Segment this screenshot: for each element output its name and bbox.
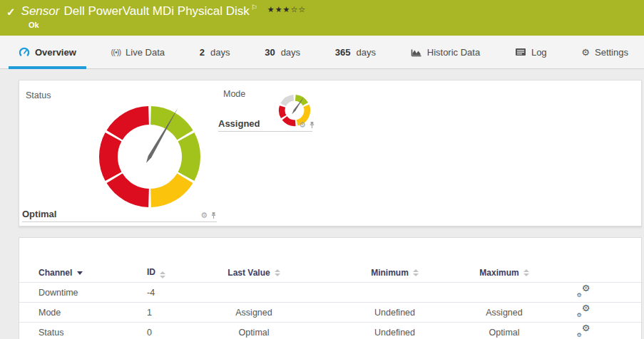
gauge-segment-yellow [151, 178, 185, 198]
secondary-channel-tools: ⚙ [299, 121, 315, 129]
tab-settings[interactable]: ⚙ Settings [571, 36, 638, 68]
column-header-last-value-label: Last Value [228, 268, 270, 278]
tab-historic-data[interactable]: Historic Data [401, 36, 490, 68]
cell-minimum: Undefined [343, 308, 446, 318]
channel-settings-icon[interactable]: ⚙⚙ [577, 306, 591, 318]
sort-desc-icon [77, 271, 83, 275]
sort-toggle-icon [160, 271, 165, 278]
cell-maximum: Assigned [454, 308, 555, 318]
mini-segment-red-2 [282, 107, 283, 117]
cell-channel: Status [39, 328, 147, 338]
gauge-segment-red-1 [115, 178, 149, 198]
column-header-channel[interactable]: Channel [39, 268, 147, 278]
tab-365-days-label: days [357, 47, 376, 58]
cell-id: -4 [147, 288, 215, 298]
sort-toggle-icon [523, 269, 529, 276]
tab-historic-data-label: Historic Data [427, 47, 480, 58]
channel-settings-icon[interactable]: ⚙⚙ [577, 286, 591, 298]
tab-log[interactable]: Log [505, 36, 557, 68]
channel-gear-icon[interactable]: ⚙ [200, 212, 208, 219]
sensor-name: Dell PowerVault MDi Physical Disk [63, 4, 249, 19]
tab-live-data-label: Live Data [126, 47, 165, 58]
cell-last-value: Assigned [215, 308, 293, 318]
column-header-channel-label: Channel [39, 268, 72, 278]
primary-channel-tools: ⚙ [200, 212, 217, 219]
sort-toggle-icon [275, 269, 280, 276]
tab-log-label: Log [531, 47, 547, 58]
stars-empty: ☆☆ [290, 5, 306, 14]
sort-toggle-icon [413, 269, 419, 276]
table-row-status[interactable]: Status 0 Optimal Undefined Optimal ⚙⚙ [19, 322, 641, 339]
cell-id: 0 [147, 328, 215, 338]
tab-365-days[interactable]: 365 days [325, 36, 386, 68]
column-header-maximum[interactable]: Maximum [454, 268, 555, 278]
secondary-channel-value: Assigned [218, 118, 260, 129]
column-header-last-value[interactable]: Last Value [215, 268, 293, 278]
cell-channel: Mode [39, 308, 147, 318]
table-row-downtime[interactable]: Downtime -4 ⚙⚙ [19, 282, 641, 302]
tab-365-days-number: 365 [335, 47, 351, 58]
cell-minimum: Undefined [343, 328, 446, 338]
table-header-row: Channel ID Last Value Minimum Maximum [19, 264, 641, 282]
pin-icon[interactable] [210, 212, 217, 219]
mini-segment-green [295, 98, 305, 104]
pin-icon[interactable] [309, 121, 315, 129]
object-kind-label: Sensor [21, 4, 60, 19]
log-list-icon [515, 48, 526, 56]
cell-maximum: Optimal [454, 328, 555, 338]
tab-30-days-number: 30 [265, 47, 275, 58]
channels-table-panel: Channel ID Last Value Minimum Maximum Do… [19, 237, 642, 339]
tab-2-days-label: days [210, 47, 230, 58]
column-header-minimum-label: Minimum [371, 268, 409, 278]
overview-gauges-panel: Status Optimal ⚙ Mode [19, 80, 642, 226]
sensor-header: ✓ Sensor Dell PowerVault MDi Physical Di… [0, 0, 644, 36]
historic-chart-icon [411, 47, 422, 57]
channel-settings-icon[interactable]: ⚙⚙ [577, 325, 591, 338]
primary-channel-label: Status [26, 90, 51, 100]
tab-settings-label: Settings [595, 47, 628, 58]
tab-live-data[interactable]: ((•)) Live Data [101, 36, 175, 68]
sensor-status-badge: Ok [29, 21, 39, 29]
priority-stars[interactable]: ★★★☆☆ [267, 5, 306, 14]
column-header-id[interactable]: ID [147, 267, 215, 278]
primary-channel-value: Optimal [22, 209, 56, 219]
tab-overview[interactable]: Overview [9, 36, 86, 68]
flag-icon[interactable]: ⚐ [251, 4, 257, 11]
tab-2-days[interactable]: 2 days [190, 36, 240, 68]
gauge-segment-green-2 [186, 137, 191, 176]
tab-30-days-label: days [281, 47, 300, 58]
mini-segment-gray [283, 98, 294, 105]
gauge-segment-red-2 [108, 137, 113, 176]
cell-last-value: Optimal [215, 328, 293, 338]
cell-channel: Downtime [39, 288, 147, 298]
tab-2-days-number: 2 [200, 47, 205, 58]
channel-gear-icon[interactable]: ⚙ [299, 121, 306, 129]
column-header-maximum-label: Maximum [479, 268, 518, 278]
secondary-channel-label: Mode [223, 89, 245, 99]
cell-id: 1 [147, 308, 215, 318]
channels-table: Channel ID Last Value Minimum Maximum Do… [19, 264, 641, 339]
column-header-id-label: ID [147, 267, 155, 277]
tab-30-days[interactable]: 30 days [255, 36, 310, 68]
column-header-minimum[interactable]: Minimum [343, 268, 446, 278]
stars-filled: ★★★ [267, 5, 291, 14]
gauge-segment-red-3 [115, 115, 149, 135]
status-check-icon: ✓ [6, 6, 16, 19]
sensor-title-row: ✓ Sensor Dell PowerVault MDi Physical Di… [6, 4, 306, 19]
table-row-mode[interactable]: Mode 1 Assigned Undefined Assigned ⚙⚙ [19, 302, 641, 322]
tab-overview-label: Overview [35, 47, 76, 58]
gauge-icon [19, 46, 30, 58]
broadcast-icon: ((•)) [111, 48, 121, 56]
tab-bar: Overview ((•)) Live Data 2 days 30 days … [0, 36, 644, 69]
gear-icon: ⚙ [581, 47, 590, 58]
status-gauge [96, 103, 203, 213]
primary-value-row: Optimal ⚙ [22, 209, 217, 222]
